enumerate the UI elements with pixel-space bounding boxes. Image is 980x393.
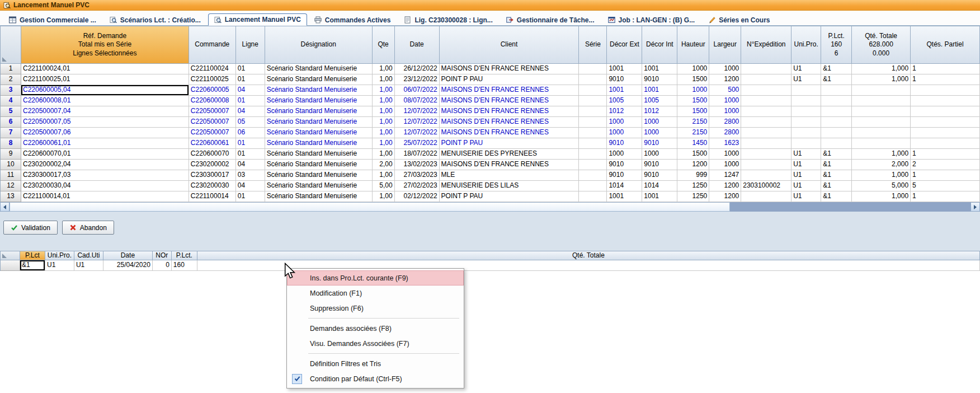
column-header-qte[interactable]: Qte <box>373 26 395 64</box>
grid-cell[interactable]: 9010 <box>607 170 642 181</box>
grid-cell[interactable]: 18/07/2022 <box>395 149 440 160</box>
grid-cell[interactable]: Scénario Standard Menuiserie <box>265 191 373 202</box>
validation-button[interactable]: Validation <box>3 221 58 235</box>
grid-cell[interactable]: 9010 <box>642 74 677 85</box>
grid-cell[interactable]: Scénario Standard Menuiserie <box>265 106 373 117</box>
column-header-d-signation[interactable]: Désignation <box>265 26 373 64</box>
grid-cell[interactable] <box>741 96 791 106</box>
grid-cell[interactable]: 1000 <box>607 128 642 138</box>
grid-cell[interactable]: U1 <box>791 181 821 191</box>
production-grid-cell[interactable]: 0 <box>153 260 172 271</box>
grid-cell[interactable]: 1 <box>911 191 980 202</box>
grid-cell[interactable] <box>741 128 791 138</box>
tab-lig-c230300028-lign[interactable]: Lig. C230300028 : Lign... <box>398 13 498 26</box>
row-number[interactable]: 4 <box>1 96 21 106</box>
production-grid-cell[interactable]: 25/04/2020 <box>103 260 153 271</box>
grid-cell[interactable]: C230300017 <box>189 170 236 181</box>
grid-cell[interactable]: Scénario Standard Menuiserie <box>265 138 373 149</box>
grid-cell[interactable]: 1012 <box>642 106 677 117</box>
grid-cell[interactable]: MAISONS D'EN FRANCE RENNES <box>440 85 579 96</box>
row-number[interactable]: 3 <box>1 85 21 96</box>
scroll-track[interactable] <box>730 202 970 212</box>
grid-cell[interactable]: MAISONS D'EN FRANCE RENNES <box>440 64 579 74</box>
grid-cell[interactable] <box>741 85 791 96</box>
grid-cell[interactable] <box>579 117 607 128</box>
menu-item-condition-par-d-faut-ctrl-f5[interactable]: Condition par Défaut (Ctrl-F5) <box>287 371 464 386</box>
production-row-number[interactable] <box>1 260 20 271</box>
grid-cell[interactable]: 01 <box>236 74 265 85</box>
grid-cell[interactable] <box>741 106 791 117</box>
row-number[interactable]: 11 <box>1 170 21 181</box>
grid-cell[interactable]: 08/07/2022 <box>395 96 440 106</box>
grid-cell[interactable]: C221100014,01 <box>21 191 189 202</box>
grid-cell[interactable]: Scénario Standard Menuiserie <box>265 96 373 106</box>
grid-cell[interactable]: C220500007 <box>189 106 236 117</box>
grid-cell[interactable]: 1500 <box>677 106 709 117</box>
grid-cell[interactable]: 5,00 <box>373 181 395 191</box>
grid-cell[interactable]: U1 <box>791 160 821 170</box>
grid-cell[interactable]: U1 <box>791 74 821 85</box>
grid-cell[interactable]: 01 <box>236 64 265 74</box>
grid-cell[interactable]: 27/02/2023 <box>395 181 440 191</box>
grid-cell[interactable]: 1500 <box>677 96 709 106</box>
production-grid-cell[interactable]: &1 <box>20 260 45 271</box>
grid-cell[interactable] <box>791 96 821 106</box>
grid-cell[interactable]: MENUISERIE DES PYRENEES <box>440 149 579 160</box>
grid-cell[interactable] <box>821 85 852 96</box>
grid-cell[interactable] <box>852 138 911 149</box>
grid-cell[interactable]: 1500 <box>677 149 709 160</box>
grid-cell[interactable]: 9010 <box>607 160 642 170</box>
grid-cell[interactable]: 1000 <box>709 96 741 106</box>
grid-cell[interactable]: Scénario Standard Menuiserie <box>265 149 373 160</box>
grid-cell[interactable] <box>579 160 607 170</box>
grid-cell[interactable]: Scénario Standard Menuiserie <box>265 117 373 128</box>
grid-cell[interactable] <box>741 138 791 149</box>
grid-cell[interactable]: 1000 <box>642 117 677 128</box>
grid-cell[interactable]: 1,00 <box>373 74 395 85</box>
grid-cell[interactable] <box>852 117 911 128</box>
grid-cell[interactable]: C220600070 <box>189 149 236 160</box>
grid-cell[interactable]: 2303100002 <box>741 181 791 191</box>
grid-cell[interactable]: Scénario Standard Menuiserie <box>265 181 373 191</box>
menu-item-modification-f1[interactable]: Modification (F1) <box>287 286 464 301</box>
row-number[interactable]: 8 <box>1 138 21 149</box>
production-grid-cell[interactable]: 160 <box>172 260 197 271</box>
production-column-header-cad-uti[interactable]: Cad.Uti <box>74 251 103 260</box>
grid-cell[interactable]: MENUISERIE DES LILAS <box>440 181 579 191</box>
grid-cell[interactable]: 9010 <box>642 138 677 149</box>
scroll-thumb[interactable] <box>10 202 730 212</box>
grid-cell[interactable]: 25/07/2022 <box>395 138 440 149</box>
grid-cell[interactable]: 1,000 <box>852 170 911 181</box>
horizontal-scrollbar[interactable] <box>0 202 980 212</box>
grid-cell[interactable] <box>579 181 607 191</box>
grid-cell[interactable]: U1 <box>791 191 821 202</box>
production-column-header-nor[interactable]: NOr <box>153 251 172 260</box>
grid-cell[interactable] <box>579 128 607 138</box>
grid-cell[interactable] <box>911 138 980 149</box>
grid-cell[interactable] <box>791 128 821 138</box>
grid-cell[interactable]: 12/07/2022 <box>395 106 440 117</box>
abandon-button[interactable]: Abandon <box>62 221 114 235</box>
grid-cell[interactable] <box>852 85 911 96</box>
grid-cell[interactable]: 1001 <box>642 85 677 96</box>
production-column-header-p-lct[interactable]: P.Lct. <box>172 251 197 260</box>
tab-commandes-actives[interactable]: Commandes Actives <box>308 13 397 26</box>
grid-cell[interactable]: 13/02/2023 <box>395 160 440 170</box>
grid-cell[interactable]: C220500007 <box>189 117 236 128</box>
grid-cell[interactable] <box>741 74 791 85</box>
grid-cell[interactable]: Scénario Standard Menuiserie <box>265 128 373 138</box>
grid-cell[interactable]: 1000 <box>677 85 709 96</box>
grid-cell[interactable]: 2150 <box>677 128 709 138</box>
grid-cell[interactable] <box>579 74 607 85</box>
grid-cell[interactable]: C221100014 <box>189 191 236 202</box>
grid-cell[interactable]: 5 <box>911 181 980 191</box>
grid-cell[interactable]: MAISONS D'EN FRANCE RENNES <box>440 160 579 170</box>
scroll-left-button[interactable] <box>0 202 10 212</box>
grid-cell[interactable] <box>911 106 980 117</box>
grid-cell[interactable] <box>821 106 852 117</box>
grid-cell[interactable]: 1,00 <box>373 170 395 181</box>
grid-cell[interactable]: 01 <box>236 96 265 106</box>
grid-cell[interactable]: 1,00 <box>373 128 395 138</box>
grid-cell[interactable]: 1200 <box>709 74 741 85</box>
scroll-right-button[interactable] <box>970 202 980 212</box>
